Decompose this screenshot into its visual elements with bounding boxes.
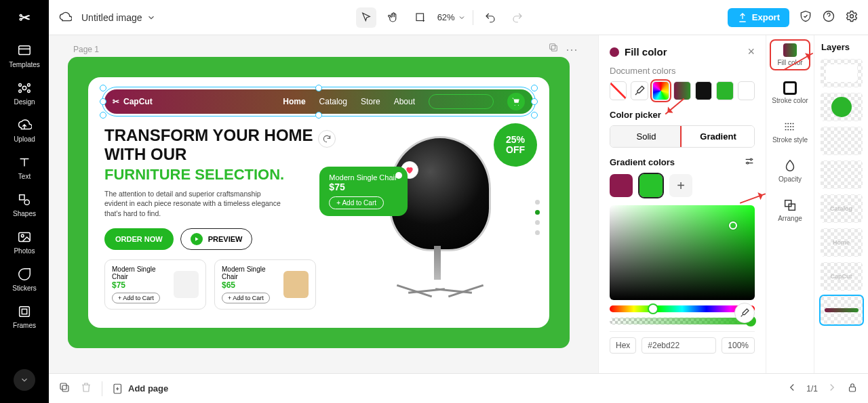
delete-page-button[interactable]: [80, 381, 92, 396]
resize-handle[interactable]: [100, 85, 106, 91]
shield-icon: [799, 9, 812, 23]
shapes-tool[interactable]: Shapes: [4, 188, 45, 221]
doc-swatch-green[interactable]: [716, 81, 733, 100]
resize-handle[interactable]: [531, 85, 538, 91]
svg-rect-15: [551, 45, 557, 51]
undo-button[interactable]: [480, 7, 500, 28]
alpha-value[interactable]: 100%: [722, 337, 755, 354]
stroke-color-icon: [783, 81, 797, 95]
gradient-stop-2[interactable]: [639, 174, 663, 197]
tab-solid[interactable]: Solid: [610, 126, 682, 147]
resize-handle[interactable]: [315, 85, 322, 91]
stroke-style-button[interactable]: Stroke style: [771, 116, 809, 146]
resize-handle[interactable]: [531, 98, 538, 105]
gear-icon: [845, 9, 859, 23]
settings-button[interactable]: [845, 9, 859, 26]
layer-thumb[interactable]: Catalog: [821, 194, 863, 223]
discount-off: OFF: [506, 145, 525, 155]
layer-thumb[interactable]: [821, 161, 863, 189]
stickers-tool[interactable]: Stickers: [4, 263, 45, 296]
canvas-area[interactable]: Page 1 ⋯ ⋯ ✂︎ CapCut Home Catalog: [49, 35, 598, 373]
add-page-button[interactable]: Add page: [112, 383, 168, 395]
doc-swatch-white[interactable]: [738, 81, 755, 100]
more-tools-button[interactable]: [14, 369, 35, 391]
svg-point-2: [19, 84, 22, 87]
photos-tool[interactable]: Photos: [4, 226, 45, 259]
layer-thumb[interactable]: Home: [821, 228, 863, 257]
nav-about: About: [394, 97, 415, 106]
redo-button[interactable]: [507, 7, 528, 28]
resize-handle[interactable]: [315, 112, 322, 119]
stroke-color-button[interactable]: Stroke color: [771, 79, 809, 107]
sv-cursor[interactable]: [729, 221, 737, 230]
tab-gradient[interactable]: Gradient: [682, 126, 754, 147]
color-picker-swatch[interactable]: [652, 81, 669, 100]
doc-swatch-gradient[interactable]: [673, 81, 690, 100]
product-popup: Modern Single Chair $75 + Add to Cart: [319, 167, 408, 216]
label: Stickers: [12, 284, 37, 292]
brand-text: CapCut: [123, 97, 153, 106]
topbar: Untitled image 62% Export: [49, 0, 868, 35]
resize-handle[interactable]: [531, 112, 538, 119]
upload-tool[interactable]: Upload: [4, 114, 45, 147]
close-panel-button[interactable]: ×: [747, 45, 755, 59]
help-button[interactable]: [822, 9, 835, 26]
duplicate-page-button[interactable]: [548, 42, 559, 57]
frames-tool[interactable]: Frames: [4, 300, 45, 333]
no-fill-swatch[interactable]: [610, 81, 627, 100]
opacity-button[interactable]: Opacity: [771, 156, 809, 186]
arrange-button[interactable]: Arrange: [771, 195, 809, 225]
next-page-button[interactable]: [826, 381, 838, 396]
app-logo[interactable]: ✂︎: [12, 5, 37, 30]
layer-thumb[interactable]: [821, 127, 863, 155]
zoom-level[interactable]: 62%: [437, 12, 466, 22]
hex-value[interactable]: #2ebd22: [642, 337, 716, 354]
prev-page-button[interactable]: [786, 381, 798, 396]
cloud-sync-button[interactable]: [58, 9, 72, 26]
page-counter: 1/1: [806, 384, 818, 394]
svg-point-4: [19, 90, 22, 93]
layer-thumb[interactable]: CapCut: [821, 262, 863, 291]
add-page-label: Add page: [128, 383, 168, 394]
eyedropper-button[interactable]: [631, 81, 648, 100]
lock-button[interactable]: [846, 381, 859, 396]
gradient-settings-button[interactable]: [744, 156, 755, 169]
alpha-slider[interactable]: [610, 318, 755, 324]
resize-handle[interactable]: [100, 98, 106, 105]
text-tool[interactable]: Text: [4, 151, 45, 184]
hue-handle[interactable]: [648, 303, 658, 314]
layer-thumb[interactable]: [821, 93, 863, 121]
templates-tool[interactable]: Templates: [4, 39, 45, 72]
doc-swatch-black[interactable]: [695, 81, 712, 100]
color-mode[interactable]: Hex: [610, 337, 636, 354]
shield-button[interactable]: [799, 9, 812, 26]
eyedropper-large[interactable]: [734, 303, 755, 323]
layers-title: Layers: [818, 42, 850, 52]
discount-badge: 25% OFF: [494, 123, 537, 167]
layer-thumb-selected[interactable]: [821, 296, 863, 324]
hero-left: TRANSFORM YOUR HOME WITH OUR FURNITURE S…: [104, 126, 326, 310]
crop-tool[interactable]: [410, 7, 431, 28]
hand-tool[interactable]: [383, 7, 403, 28]
refresh-icon: [322, 134, 332, 144]
add-gradient-stop[interactable]: +: [669, 174, 692, 197]
export-label: Export: [752, 12, 780, 22]
fill-color-button[interactable]: Fill color: [771, 41, 809, 69]
text-icon: [17, 155, 32, 170]
resize-handle[interactable]: [100, 112, 106, 119]
document-title[interactable]: Untitled image: [81, 12, 156, 23]
design-tool[interactable]: Design: [4, 77, 45, 110]
gradient-stop-1[interactable]: [610, 174, 633, 197]
layer-thumb[interactable]: [821, 59, 863, 87]
selected-element[interactable]: ✂︎ CapCut Home Catalog Store About: [104, 89, 533, 114]
duplicate-page-button[interactable]: [58, 381, 71, 396]
hue-slider[interactable]: [610, 305, 755, 312]
canvas-page[interactable]: ✂︎ CapCut Home Catalog Store About: [68, 57, 570, 348]
export-button[interactable]: Export: [728, 8, 789, 27]
select-tool[interactable]: [356, 7, 376, 28]
stickers-icon: [17, 267, 32, 282]
saturation-value-picker[interactable]: [610, 205, 755, 300]
page-more-button[interactable]: ⋯: [566, 42, 578, 57]
chevron-right-icon: [826, 381, 838, 394]
export-icon: [737, 12, 748, 23]
